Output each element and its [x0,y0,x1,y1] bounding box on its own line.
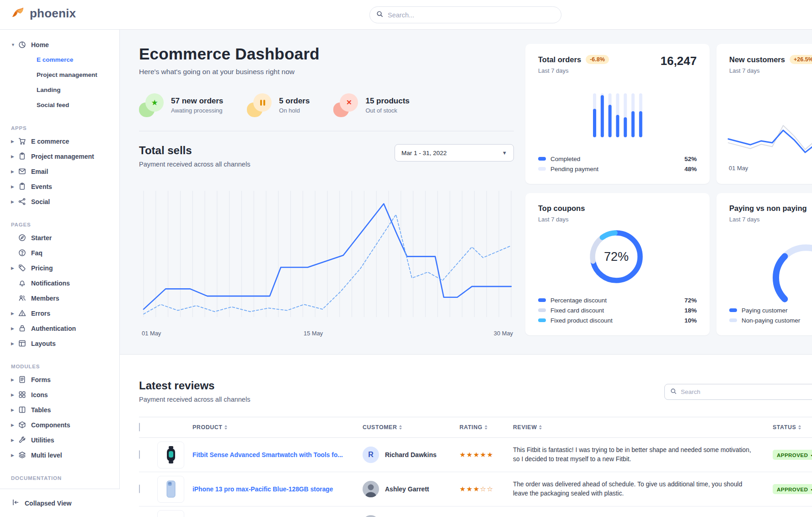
brand-name: phoenix [30,6,76,21]
sidebar-nav: ▼HomeE commerceProject managementLanding… [0,30,119,484]
product-image[interactable] [157,476,184,503]
legend-value: 10% [684,317,697,324]
sidebar-item-landing[interactable]: Landing [11,82,119,97]
sidebar-item-label: Components [31,421,70,429]
total-orders-value: 16,247 [660,54,697,68]
sidebar-item-errors[interactable]: ▶Errors [11,306,119,321]
sidebar-item-multi-level[interactable]: ▶Multi level [11,447,119,463]
stat-icon-warning [247,93,272,117]
sidebar-item-faq[interactable]: Faq [11,245,119,260]
sort-icon[interactable] [224,425,227,430]
sidebar-item-utilities[interactable]: ▶Utilities [11,432,119,447]
sidebar-item-layouts[interactable]: ▶Layouts [11,336,119,351]
column-header-customer[interactable]: CUSTOMER [363,424,459,431]
sidebar-item-project-management[interactable]: Project management [11,67,119,82]
quick-stats: ★57 new ordersAwating processing5 orders… [139,93,514,117]
sidebar-item-components[interactable]: ▶Components [11,417,119,432]
date-range-select[interactable]: Mar 1 - 31, 2022 ▼ [395,144,514,162]
column-header-rating[interactable]: RATING [459,424,513,431]
global-search[interactable] [369,6,561,23]
stat-caption: On hold [279,107,310,114]
sidebar-item-tables[interactable]: ▶Tables [11,402,119,417]
legend-label: Percentage discount [550,297,607,304]
product-link[interactable]: iPhone 13 pro max-Pacific Blue-128GB sto… [192,486,333,493]
reviews-search[interactable] [664,384,812,400]
product-cell: Fitbit Sense Advanced Smartwatch with To… [192,451,363,459]
row-checkbox[interactable] [139,485,140,493]
legend-swatch [538,298,546,302]
chart-x-axis: 01 May 15 May 30 May [142,330,513,338]
sidebar-item-label: Utilities [31,436,54,444]
column-header-review[interactable]: REVIEW [513,424,773,431]
sort-icon[interactable] [485,425,487,430]
stat-icon-danger: ✕ [333,93,358,117]
paying-card: Paying vs non paying Last 7 days Paying … [716,193,812,335]
column-header-product[interactable]: PRODUCT [192,424,363,431]
sort-icon[interactable] [399,425,402,430]
sidebar-item-e-commerce[interactable]: ▶E commerce [11,134,119,149]
caret-right-icon: ▶ [11,326,18,331]
legend-row: Pending payment48% [538,164,697,174]
sort-icon[interactable] [539,425,542,430]
stat-text: 5 ordersOn hold [279,97,310,114]
sidebar-item-social-feed[interactable]: Social feed [11,97,119,113]
sidebar-item-forms[interactable]: ▶Forms [11,372,119,387]
caret-down-icon: ▼ [11,43,18,47]
status-cell: APPROVED✓ [773,484,812,494]
brand-logo[interactable]: phoenix [11,6,76,21]
legend-row: Non-paying customer [729,315,812,325]
row-checkbox[interactable] [139,450,140,459]
sidebar-item-email[interactable]: ▶Email [11,164,119,179]
legend-row: Fixed card discount18% [538,305,697,315]
question-icon [18,249,26,257]
reviews-search-input[interactable] [681,388,812,395]
legend-row: Fixed product discount10% [538,315,697,325]
review-text: This Fitbit is fantastic! I was trying t… [513,446,773,464]
top-coupons-title: Top coupons [538,204,585,213]
caret-right-icon: ▶ [11,341,18,346]
sidebar-item-label: Layouts [31,340,56,347]
legend-swatch [538,308,546,312]
avatar: R [363,447,379,463]
collapse-sidebar-button[interactable]: Collapsed View [0,489,120,517]
divider [139,131,514,131]
sidebar-item-home[interactable]: ▼Home [11,37,119,52]
sidebar-item-members[interactable]: Members [11,291,119,306]
select-all-checkbox[interactable] [139,423,140,431]
caret-right-icon: ▶ [11,169,18,174]
sidebar-item-notifications[interactable]: Notifications [11,275,119,291]
sidebar-item-pricing[interactable]: ▶Pricing [11,260,119,275]
stat-icon-success: ★ [139,93,164,117]
cart-icon [18,137,26,145]
sidebar-item-events[interactable]: ▶Events [11,179,119,194]
sidebar-item-project-management[interactable]: ▶Project management [11,149,119,164]
bell-icon [18,279,26,287]
column-header-status[interactable]: STATUS [773,424,812,431]
check-icon: ✓ [810,452,812,458]
table-row: Fitbit Sense Advanced Smartwatch with To… [139,438,812,472]
sidebar-item-authentication[interactable]: ▶Authentication [11,321,119,336]
sidebar-item-social[interactable]: ▶Social [11,194,119,209]
global-search-input[interactable] [388,11,555,19]
sidebar-item-starter[interactable]: Starter [11,230,119,245]
product-image[interactable] [157,442,184,469]
box-icon [18,421,26,429]
legend-value: 52% [684,156,697,162]
collapse-label: Collapsed View [25,500,71,507]
topbar: phoenix [0,0,812,30]
sidebar-item-label: Home [31,41,49,48]
sidebar-item-label: Forms [31,376,51,383]
caret-right-icon: ▶ [11,139,18,144]
sort-icon[interactable] [798,425,801,430]
product-link[interactable]: Fitbit Sense Advanced Smartwatch with To… [192,452,343,458]
sidebar-item-e-commerce[interactable]: E commerce [11,52,119,67]
stat-danger: ✕15 productsOut of stock [333,93,409,117]
rating-stars: ★★★☆☆ [459,485,513,493]
sidebar-item-label: Social feed [37,102,69,108]
x-label-end: 30 May [494,330,513,337]
product-image[interactable] [157,510,184,517]
total-orders-card: Total orders -6.8% Last 7 days 16,247 Co… [525,44,710,184]
sidebar-item-icons[interactable]: ▶Icons [11,387,119,402]
legend-label: Paying customer [742,307,788,314]
search-icon [376,11,383,19]
